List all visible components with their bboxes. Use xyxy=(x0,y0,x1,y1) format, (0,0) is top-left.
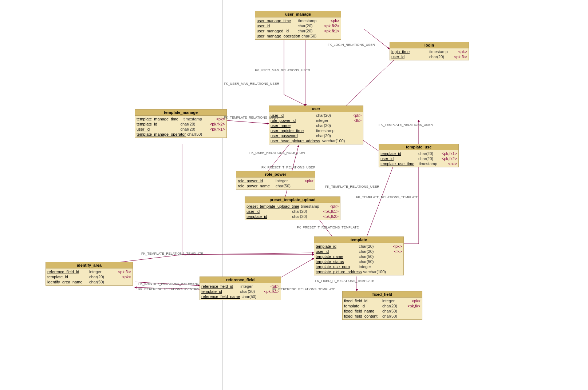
entity-row: template_status char(50) xyxy=(316,259,402,264)
entity-row: template_id char(20) <pk,fk2> xyxy=(137,122,225,127)
entity-row: user_id char(20) <fk> xyxy=(316,249,402,254)
entity-row: template_id char(20) <pk,fk> xyxy=(344,303,421,309)
entity-preset-template-upload: preset_template_upload preset_template_u… xyxy=(245,196,340,220)
entity-row: template_manage_time timestamp <pk> xyxy=(137,116,225,122)
entity-login-header: login xyxy=(390,42,469,48)
rel-label: FK_REFERENC_RELATIONS_TEMPLATE xyxy=(272,287,335,291)
entity-row: user_register_time timestamp xyxy=(271,128,362,133)
entity-row: template_id char(20) <pk,fk1> xyxy=(201,289,279,294)
entity-template-manage: template_manage template_manage_time tim… xyxy=(135,109,227,138)
entity-identify-area: identify_area reference_field_id integer… xyxy=(46,262,133,286)
rel-label: FK_IDENTIFY_RELATIONS_REFERENC xyxy=(138,282,199,286)
entity-row: user_head_picture_address varchar(100) xyxy=(271,138,362,143)
entity-row: user_manage_time timestamp <pk> xyxy=(257,18,339,23)
rel-label: FK_REFERENC_RELATIONS_IDENTIFY xyxy=(138,287,199,291)
entity-row: fixed_field_content char(50) xyxy=(344,314,421,319)
entity-row: reference_field_id integer <pk> xyxy=(201,284,279,289)
entity-row: template_id char(20) <pk,fk1> xyxy=(380,151,457,156)
rel-label: FK_TEMPLATE_RELATIONS_TEMPLATE xyxy=(356,195,418,199)
entity-row: user_id char(20) <pk,fk1> xyxy=(137,127,225,132)
entity-row: reference_field_id integer <pk,fk> xyxy=(47,269,131,274)
entity-template-use-header: template_use xyxy=(379,144,458,150)
rel-label: FK_USER_RELATIONS_ROLE_POW xyxy=(249,151,305,155)
entity-row: template_id char(20) <pk> xyxy=(316,244,402,249)
entity-row: user_id char(20) <pk,fk2> xyxy=(257,23,339,28)
rel-label: FK_PRESET_T_RELATIONS_USER xyxy=(261,166,315,169)
entity-reference-field-header: reference_field xyxy=(200,277,281,283)
entity-template: template template_id char(20) <pk> user_… xyxy=(314,236,404,275)
entity-row: user_id char(20) <pk,fk2> xyxy=(380,156,457,161)
rel-label: FK_TEMPLATE_RELATIONS_USER xyxy=(325,185,379,188)
entity-user-manage-header: user_manage xyxy=(255,11,341,17)
entity-row: template_name char(50) xyxy=(316,254,402,259)
entity-row: role_power_name char(50) xyxy=(238,183,313,188)
entity-fixed-field: fixed_field fixed_field_id integer <pk> … xyxy=(342,291,422,320)
entity-reference-field: reference_field reference_field_id integ… xyxy=(200,276,281,300)
entity-row: fixed_field_id integer <pk> xyxy=(344,298,421,303)
rel-label: FK_LOGIN_RELATIONS_USER xyxy=(328,43,375,47)
rel-label: FK_USER_MAN_RELATIONS_USER xyxy=(224,82,279,85)
entity-row: user_id char(20) <pk,fk> xyxy=(391,54,467,59)
entity-preset-template-upload-header: preset_template_upload xyxy=(245,197,340,203)
entity-login: login login_time timestamp <pk> user_id … xyxy=(390,42,469,60)
entity-row: user_password char(20) xyxy=(271,133,362,138)
entity-row: user_id char(20) <pk> xyxy=(271,113,362,118)
entity-row: role_power_id integer <pk> xyxy=(238,178,313,183)
rel-label: FK_FIXED_FI_RELATIONS_TEMPLATE xyxy=(315,279,374,283)
entity-row: identify_area_name char(50) xyxy=(47,279,131,284)
rel-label-fk-template-user: FK_TEMPLATE_RELATIONS_USER xyxy=(379,123,433,127)
entity-row: template_id char(20) <pk,fk2> xyxy=(246,214,339,219)
entity-template-use: template_use template_id char(20) <pk,fk… xyxy=(379,144,459,167)
entity-row: reference_field_name char(50) xyxy=(201,294,279,299)
vline-left xyxy=(222,0,222,390)
entity-row: user_manage_operation char(50) xyxy=(257,33,339,39)
entity-row: template_id char(20) <pk> xyxy=(47,274,131,279)
entity-identify-area-header: identify_area xyxy=(46,262,133,268)
entity-user: user user_id char(20) <pk> role_power_id… xyxy=(269,106,363,144)
entity-row: role_power_id integer <fk> xyxy=(271,118,362,123)
rel-label: FK_TEMPLATE_RELATIONS_TEMPLATE xyxy=(141,252,204,255)
entity-row: login_time timestamp <pk> xyxy=(391,49,467,54)
svg-line-1 xyxy=(342,54,400,109)
entity-row: user_managed_id char(20) <pk,fk1> xyxy=(257,28,339,33)
entity-role-power: role_power role_power_id integer <pk> ro… xyxy=(236,171,315,190)
arrows-svg xyxy=(0,0,588,390)
entity-row: template_use_time timestamp <pk> xyxy=(380,161,457,166)
entity-row: template_use_num integer xyxy=(316,264,402,269)
rel-label: FK_PRESET_T_RELATIONS_TEMPLATE xyxy=(297,226,359,229)
entity-row: user_name char(20) xyxy=(271,123,362,128)
entity-fixed-field-header: fixed_field xyxy=(343,291,422,298)
entity-row: template_manage_operator char(50) xyxy=(137,132,225,137)
entity-row: fixed_field_name char(50) xyxy=(344,309,421,314)
entity-user-header: user xyxy=(269,106,363,112)
entity-role-power-header: role_power xyxy=(236,171,315,178)
rel-label: FK_USER_MAN_RELATIONS_USER xyxy=(255,68,310,72)
entity-row: user_id char(20) <pk,fk1> xyxy=(246,209,339,214)
entity-template-header: template xyxy=(314,237,403,243)
entity-template-manage-header: template_manage xyxy=(135,110,226,116)
diagram-canvas: user_manage user_manage_time timestamp <… xyxy=(0,0,588,390)
entity-row: preset_template_upload_time timestamp <p… xyxy=(246,204,339,209)
entity-row: template_picture_address varchar(100) xyxy=(316,269,402,274)
entity-user-manage: user_manage user_manage_time timestamp <… xyxy=(255,11,341,40)
rel-label: FK_TEMPLATE_RELATIONS_USER xyxy=(224,116,278,119)
